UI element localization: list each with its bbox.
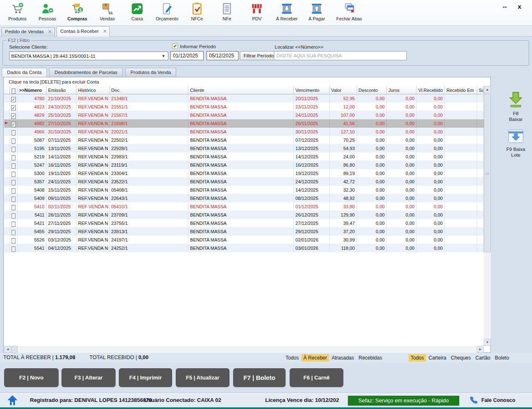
table-row[interactable]: 535724/11/2025REF.VENDA N23522/1BENDITA … — [4, 177, 484, 186]
table-row[interactable]: 496631/10/2025REF.VENDA N22021/1BENDITA … — [4, 128, 484, 136]
table-row[interactable]: ✓482324/10/2025REF.VENDA N21551/1BENDITA… — [4, 103, 484, 111]
filter-status-todos[interactable]: Todos — [283, 354, 301, 362]
row-checkbox[interactable] — [10, 169, 17, 177]
column-header-desconto[interactable]: Desconto — [357, 86, 387, 94]
side-action-f8-baixar[interactable]: F8Baixar — [497, 91, 532, 122]
filter-status-atrasadas[interactable]: Atrasadas — [330, 354, 356, 362]
select-all-checkbox[interactable] — [10, 86, 17, 94]
tab-pedido-de-vendas[interactable]: Pedido de Vendas✕ — [1, 27, 55, 37]
row-checkbox[interactable]: ✓ — [10, 94, 17, 103]
toolbar-item-produtos[interactable]: Produtos — [2, 2, 32, 21]
row-checkbox[interactable]: ✓ — [10, 111, 17, 119]
toolbar-item-caixa[interactable]: Caixa — [122, 2, 152, 21]
column-header-numero[interactable]: >>Número — [17, 86, 47, 94]
toolbar-item--receber[interactable]: Á Receber — [272, 2, 302, 21]
filter-payment-todos[interactable]: Todos — [409, 354, 426, 362]
toolbar-item-pdv[interactable]: PDV — [242, 2, 272, 21]
filter-status--receber[interactable]: À Receber — [301, 354, 329, 362]
tab-close-icon[interactable]: ✕ — [103, 29, 107, 34]
row-checkbox[interactable]: ✓ — [10, 119, 17, 128]
scroll-right-icon[interactable]: ► — [477, 346, 484, 353]
filter-payment-carteira[interactable]: Carteira — [426, 354, 448, 362]
tab-contas-receber[interactable]: Contas à Receber✕ — [57, 26, 110, 37]
tab-close-icon[interactable]: ✕ — [48, 29, 52, 34]
action-button-f4-imprimir[interactable]: F4 | Imprimir — [119, 368, 172, 387]
action-button-f6-carn-[interactable]: F6 | Carnê — [290, 368, 343, 387]
filter-payment-cheques[interactable]: Cheques — [449, 354, 473, 362]
subtab-dados-da-conta[interactable]: Dados da Conta — [2, 68, 47, 77]
row-checkbox[interactable] — [10, 244, 17, 252]
scroll-left-icon[interactable]: ◄ — [4, 346, 11, 353]
filter-status-recebidas[interactable]: Recebidas — [357, 354, 384, 362]
horizontal-scrollbar[interactable]: ◄ ► — [4, 346, 484, 353]
table-row[interactable]: ▶✓488227/10/2025REF.VENDA N21698/1BENDIT… — [4, 119, 484, 128]
action-button-f5-atualizar[interactable]: F5 | Atualizar — [176, 368, 229, 387]
row-checkbox[interactable]: ✓ — [10, 103, 17, 111]
row-checkbox[interactable] — [10, 128, 17, 136]
table-row[interactable]: ✓482925/10/2025REF.VENDA N21567/1BENDITA… — [4, 111, 484, 119]
toolbar-item-vendas[interactable]: Vendas — [92, 2, 122, 21]
date-to-input[interactable] — [207, 51, 239, 60]
toolbar-item-fechar-abas[interactable]: Fechar Abas — [332, 2, 367, 21]
table-row[interactable]: 541002/11/2025REF VENDA N05410/1BENDITA … — [4, 202, 484, 211]
action-button-f7-boleto[interactable]: F7 | Boleto — [233, 368, 286, 387]
column-header-recebido_em[interactable]: Recebido Em — [445, 86, 477, 94]
column-header-valor[interactable]: Valor — [330, 86, 357, 94]
subtab-desdobramentos-de-parcelas[interactable]: Desdobramentos de Parcelas — [49, 68, 123, 77]
vertical-scroll-thumb[interactable] — [484, 94, 491, 252]
column-header-historico[interactable]: Histórico — [76, 86, 110, 94]
filter-payment-boleto[interactable]: Boleto — [493, 354, 511, 362]
column-header-emissao[interactable]: Emissão — [47, 86, 76, 94]
toolbar-item-or-amento[interactable]: Orçamento — [152, 2, 182, 21]
column-header-vl_recebido[interactable]: Vl.Recebido — [416, 86, 445, 94]
row-checkbox[interactable] — [10, 202, 17, 211]
action-button-f2-novo[interactable]: F2 | Novo — [4, 368, 59, 387]
table-row[interactable]: 521914/11/2025REF.VENDA N22983/1BENDITA … — [4, 153, 484, 161]
action-button-f3-alterar[interactable]: F3 | Alterar — [62, 368, 116, 387]
toolbar-item-pessoas[interactable]: Pessoas — [32, 2, 62, 21]
contact-link[interactable]: Fale Conosco — [481, 397, 515, 403]
table-row[interactable]: 542127/11/2025REF.VENDA N23755/1BENDITA … — [4, 219, 484, 227]
row-checkbox[interactable] — [10, 236, 17, 244]
subtab-produtos-da-venda[interactable]: Produtos da Venda — [125, 68, 177, 77]
row-checkbox[interactable] — [10, 194, 17, 202]
toolbar-item--pagar[interactable]: Á Pagar — [302, 2, 332, 21]
table-row[interactable]: 530019/11/2025REF.VENDA N23304/1BENDITA … — [4, 169, 484, 177]
column-header-saldo[interactable]: Sa — [477, 86, 484, 94]
column-header-cliente[interactable]: Cliente — [188, 86, 294, 94]
row-checkbox[interactable] — [10, 177, 17, 186]
column-header-vencimento[interactable]: Vencimento — [294, 86, 330, 94]
table-row[interactable]: 508707/11/2025REF.VENDA N22502/1BENDITA … — [4, 136, 484, 144]
column-header-doc[interactable]: Doc. — [110, 86, 189, 94]
row-checkbox[interactable] — [10, 136, 17, 144]
vertical-scrollbar[interactable]: ▲ ▼ — [484, 86, 491, 346]
table-row[interactable]: 519513/11/2025REF.VENDA N22928/1BENDITA … — [4, 144, 484, 153]
table-row[interactable]: 540909/11/2025REF.VENDA N22643/1BENDITA … — [4, 194, 484, 202]
table-row[interactable]: ✓478021/10/2025REF.VENDA N21348/1BENDITA… — [4, 94, 484, 103]
filter-payment-cart-o[interactable]: Cartão — [473, 354, 493, 362]
search-input[interactable] — [274, 51, 407, 60]
side-action-f9-baixa-lote[interactable]: F9 BaixaLote — [497, 128, 532, 158]
row-checkbox[interactable] — [10, 227, 17, 236]
row-checkbox[interactable] — [10, 186, 17, 194]
row-checkbox[interactable] — [10, 161, 17, 169]
close-button[interactable]: x — [518, 3, 521, 10]
row-checkbox[interactable] — [10, 144, 17, 153]
minimize-button[interactable]: -- — [502, 3, 507, 10]
row-checkbox[interactable] — [10, 219, 17, 227]
table-row[interactable]: 540815/11/2025REF.VENDA N05408/1BENDITA … — [4, 186, 484, 194]
table-row[interactable]: 524716/11/2025REF.VENDA N23119/1BENDITA … — [4, 161, 484, 169]
scroll-down-icon[interactable]: ▼ — [484, 339, 491, 346]
date-from-input[interactable] — [170, 51, 204, 60]
row-checkbox[interactable] — [10, 211, 17, 219]
table-row[interactable]: 545529/11/2025REF.VENDA N23913/1BENDITA … — [4, 227, 484, 236]
scroll-up-icon[interactable]: ▲ — [484, 86, 491, 93]
table-row[interactable]: 541126/11/2025REF.VENDA N23709/1BENDITA … — [4, 211, 484, 219]
column-header-juros[interactable]: Juros — [387, 86, 416, 94]
home-icon[interactable] — [7, 394, 18, 408]
filter-period-button[interactable]: Filtrar Período — [240, 51, 278, 60]
period-checkbox[interactable]: ✔ — [172, 43, 178, 49]
toolbar-item-nfe[interactable]: NFe — [212, 2, 242, 21]
table-row[interactable]: 552603/12/2025REF.VENDA N24197/1BENDITA … — [4, 236, 484, 244]
row-checkbox[interactable] — [10, 153, 17, 161]
